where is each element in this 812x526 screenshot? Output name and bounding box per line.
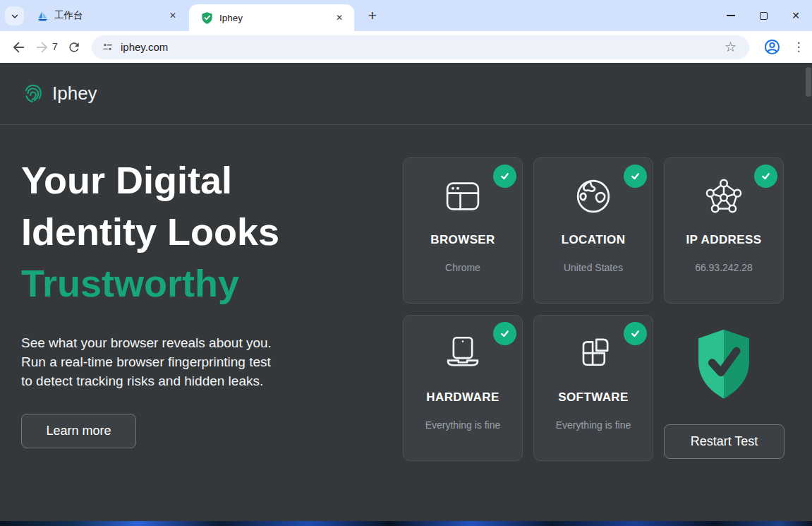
headline-line1: Your Digital bbox=[21, 155, 279, 206]
card-value: Chrome bbox=[404, 262, 522, 273]
tab-workbench[interactable]: 工作台 ✕ bbox=[25, 3, 186, 28]
card-value: United States bbox=[534, 262, 653, 273]
fingerprint-logo-icon bbox=[21, 82, 45, 106]
browser-titlebar: 工作台 ✕ Iphey ✕ + ✕ bbox=[0, 0, 812, 31]
window-maximize-button[interactable] bbox=[747, 0, 780, 31]
brand-name[interactable]: Iphey bbox=[52, 83, 97, 104]
card-browser[interactable]: BROWSER Chrome bbox=[403, 157, 523, 304]
card-title: HARDWARE bbox=[404, 390, 522, 405]
tab-title: Iphey bbox=[219, 13, 327, 23]
shield-check-icon bbox=[692, 328, 756, 402]
back-arrow-icon bbox=[10, 40, 25, 55]
page-scrollbar-thumb[interactable] bbox=[806, 67, 811, 97]
browser-menu-button[interactable]: ⋮ bbox=[790, 37, 807, 56]
reload-button[interactable] bbox=[62, 35, 86, 59]
minimize-icon bbox=[727, 15, 735, 16]
maximize-icon bbox=[760, 12, 768, 20]
headline-accent: Trustworthy bbox=[21, 258, 279, 309]
tab-close-icon[interactable]: ✕ bbox=[333, 11, 346, 24]
card-location[interactable]: LOCATION United States bbox=[533, 157, 653, 304]
window-minimize-button[interactable] bbox=[715, 0, 747, 31]
site-header: Iphey bbox=[0, 63, 812, 125]
description-line1: See what your browser reveals about you. bbox=[21, 333, 272, 352]
close-icon: ✕ bbox=[792, 10, 800, 21]
hero-headline: Your Digital Identity Looks Trustworthy bbox=[21, 155, 279, 309]
bookmark-star-icon[interactable]: ☆ bbox=[725, 39, 739, 55]
url-text: iphey.com bbox=[121, 41, 725, 53]
card-title: BROWSER bbox=[404, 233, 522, 247]
reload-icon bbox=[67, 40, 81, 54]
card-hardware[interactable]: HARDWARE Everything is fine bbox=[403, 315, 523, 461]
sailboat-icon bbox=[37, 10, 49, 22]
restart-test-button[interactable]: Restart Test bbox=[664, 424, 784, 459]
address-bar[interactable]: iphey.com ☆ bbox=[92, 35, 749, 59]
headline-line2: Identity Looks bbox=[21, 206, 279, 258]
toolbar-badge: 7 bbox=[48, 40, 62, 52]
desktop-wallpaper-strip bbox=[0, 521, 812, 526]
site-settings-icon[interactable] bbox=[102, 41, 114, 53]
card-title: SOFTWARE bbox=[534, 390, 653, 405]
trust-shield bbox=[692, 328, 756, 402]
window-close-button[interactable]: ✕ bbox=[780, 0, 812, 31]
new-tab-button[interactable]: + bbox=[363, 6, 382, 25]
browser-window-icon bbox=[443, 177, 483, 216]
globe-icon bbox=[574, 177, 613, 216]
network-nodes-icon bbox=[704, 177, 744, 216]
profile-avatar-button[interactable] bbox=[762, 37, 782, 56]
hero-description: See what your browser reveals about you.… bbox=[21, 333, 272, 390]
avatar-icon bbox=[763, 38, 781, 56]
shield-check-favicon bbox=[200, 11, 214, 25]
laptop-icon bbox=[443, 334, 483, 373]
card-ip-address[interactable]: IP ADDRESS 66.93.242.28 bbox=[664, 157, 784, 304]
tab-title: 工作台 bbox=[54, 9, 161, 22]
modules-icon bbox=[574, 334, 613, 373]
back-button[interactable] bbox=[6, 35, 30, 59]
chevron-down-icon bbox=[11, 12, 19, 20]
card-title: IP ADDRESS bbox=[665, 233, 783, 247]
browser-toolbar: 7 iphey.com ☆ ⋮ bbox=[0, 31, 812, 63]
card-title: LOCATION bbox=[534, 233, 653, 247]
tab-search-button[interactable] bbox=[5, 6, 24, 25]
description-line2: Run a real-time browser fingerprinting t… bbox=[21, 352, 272, 371]
tab-close-icon[interactable]: ✕ bbox=[166, 9, 179, 22]
card-software[interactable]: SOFTWARE Everything is fine bbox=[533, 315, 653, 461]
iphey-page: Iphey Your Digital Identity Looks Trustw… bbox=[0, 63, 812, 521]
tab-iphey[interactable]: Iphey ✕ bbox=[189, 4, 354, 31]
card-value: Everything is fine bbox=[534, 419, 653, 431]
card-value: 66.93.242.28 bbox=[665, 262, 783, 273]
learn-more-button[interactable]: Learn more bbox=[21, 414, 136, 448]
card-value: Everything is fine bbox=[404, 419, 522, 431]
description-line3: to detect tracking risks and hidden leak… bbox=[21, 371, 272, 390]
window-controls: ✕ bbox=[715, 0, 812, 31]
